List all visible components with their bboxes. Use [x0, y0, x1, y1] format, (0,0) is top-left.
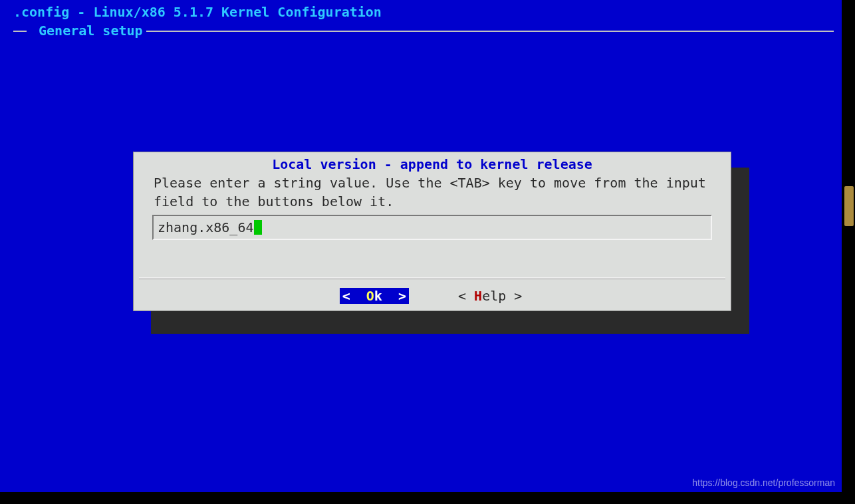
config-title: .config - Linux/x86 5.1.7 Kernel Configu… [13, 4, 382, 20]
text-cursor [254, 220, 262, 235]
input-dialog: Local version - append to kernel release… [133, 152, 731, 311]
section-header: General setup [13, 23, 834, 39]
dialog-title: Local version - append to kernel release [134, 156, 731, 172]
dialog-prompt: Please enter a string value. Use the <TA… [154, 174, 711, 211]
menuconfig-screen: .config - Linux/x86 5.1.7 Kernel Configu… [0, 0, 842, 492]
input-value: zhang.x86_64 [158, 219, 254, 235]
window-scrollbar-thumb[interactable] [844, 186, 854, 226]
watermark: https://blog.csdn.net/professorman [692, 477, 835, 488]
ok-button[interactable]: < Ok > [340, 288, 409, 304]
section-label: General setup [27, 23, 155, 39]
help-button[interactable]: < Help > [455, 288, 525, 304]
dialog-button-row: < Ok > < Help > [134, 287, 731, 305]
local-version-input[interactable]: zhang.x86_64 [152, 215, 712, 240]
window-scrollbar-track [842, 0, 855, 504]
